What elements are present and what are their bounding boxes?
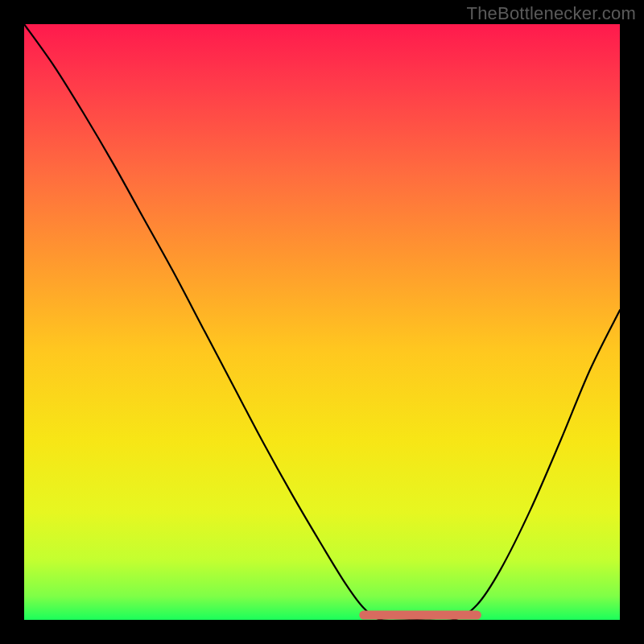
gradient-background xyxy=(24,24,620,620)
plot-area xyxy=(24,24,620,620)
bottleneck-chart xyxy=(24,24,620,620)
chart-frame: TheBottlenecker.com xyxy=(0,0,644,644)
watermark-text: TheBottlenecker.com xyxy=(467,3,636,24)
